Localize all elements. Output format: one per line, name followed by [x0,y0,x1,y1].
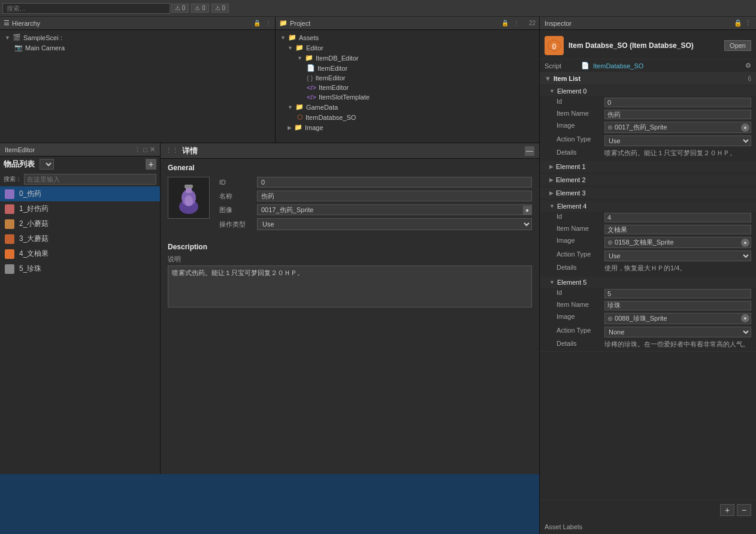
project-item-gamedata[interactable]: ▼ 📁 GameData [276,102,539,112]
tab-close-icon[interactable]: ✕ [150,146,155,153]
description-section: Description 说明 喷雾式伤药。能让１只宝可梦回复２０ＨＰ。 [161,238,539,313]
id-input[interactable] [257,177,532,188]
script4-label: ItemSlotTemplate [319,93,370,101]
inspector-bottom-buttons: + − [540,500,756,520]
project-item-script3[interactable]: </> ItemEditor [276,83,539,92]
item-sort-select[interactable] [40,159,54,170]
so-icon: ⬡ [297,113,303,121]
image-value-e4: ⊙ 0158_文柚果_Sprite [605,237,741,248]
hierarchy-item-scene[interactable]: ▼ 🎬 SampleScei : [0,32,275,43]
image-input[interactable] [258,205,523,215]
item-label-2: 2_小蘑菇 [19,219,49,229]
project-item-assets[interactable]: ▼ 📁 Assets [276,32,539,43]
action-label: 操作类型 [219,220,252,229]
inspector-menu-button[interactable]: ⋮ [745,19,751,27]
element-2-title: Element 2 [556,176,586,183]
item-name-input-e5[interactable] [604,301,751,310]
hierarchy-icon: ☰ [4,19,10,27]
desc-textarea[interactable]: 喷雾式伤药。能让１只宝可梦回复２０ＨＰ。 [168,266,532,307]
item-icon-0 [5,189,14,199]
name-input[interactable] [257,191,532,201]
action-select[interactable]: Use None [257,218,532,230]
item-name-label-e5: Item Name [557,301,604,308]
id-input-e5[interactable] [604,289,751,298]
action-select-e4[interactable]: UseNone [604,251,751,261]
detail-header: ⋮⋮ 详情 — [161,143,539,159]
obj-header: {} Item Databse_SO (Item Databse_SO) Ope… [540,32,756,59]
action-select-e5[interactable]: NoneUse [604,327,751,337]
element-4-id-row: Id [540,212,756,224]
detail-menu-icon[interactable]: ⋮⋮ [165,147,179,155]
list-item-4[interactable]: 4_文柚果 [0,246,160,261]
action-label-e5: Action Type [557,327,604,334]
remove-element-button[interactable]: − [737,504,751,516]
project-item-editor[interactable]: ▼ 📁 Editor [276,43,539,53]
project-item-script2[interactable]: { } ItemEditor [276,73,539,83]
id-input-e0[interactable] [604,98,751,107]
element-0-name-row: Item Name [540,108,756,120]
action-row: 操作类型 Use None [219,218,532,230]
project-title: Project [290,20,310,27]
element-3-header[interactable]: ▶ Element 3 [540,188,756,198]
script-icon2: { } [307,74,313,82]
inspector-lock-button[interactable]: 🔒 [734,19,742,27]
detail-minimize-button[interactable]: — [525,146,534,156]
element-2-header[interactable]: ▶ Element 2 [540,174,756,185]
item-name-label-e4: Item Name [557,225,604,232]
action-select-e0[interactable]: UseNone [604,135,751,146]
element-4-header[interactable]: ▼ Element 4 [540,201,756,212]
project-lock[interactable]: 🔒 [501,20,509,26]
element-0-header[interactable]: ▼ Element 0 [540,86,756,96]
add-element-button[interactable]: + [720,504,734,516]
element-1-title: Element 1 [556,163,586,170]
id-label-e0: Id [557,98,604,105]
element-1-header[interactable]: ▶ Element 1 [540,161,756,172]
hierarchy-lock[interactable]: 🔒 [253,20,261,26]
image-value-e0: ⊙ 0017_伤药_Sprite [605,122,741,132]
tab-menu-icon[interactable]: ⋮ [134,146,141,153]
hierarchy-title: Hierarchy [12,20,40,27]
add-item-button[interactable]: + [146,159,156,170]
hierarchy-menu[interactable]: ⋮ [265,20,271,26]
project-item-itemdatabse[interactable]: ⬡ ItemDatabse_SO [276,112,539,122]
element-0-details-row: Details 喷雾式伤药。能让１只宝可梦回复２０ＨＰ。 [540,147,756,159]
hierarchy-item-camera[interactable]: 📷 Main Camera [0,43,275,53]
image-pick-e0[interactable]: ● [741,123,749,132]
image-pick-e5[interactable]: ● [741,314,749,322]
image-pick-button[interactable]: ● [523,206,531,215]
script-gear-button[interactable]: ⚙ [745,62,751,70]
item-editor-tab[interactable]: ItemEditor ⋮ □ ✕ [0,143,160,156]
project-item-script1[interactable]: 📄 ItemEditor [276,63,539,73]
open-button[interactable]: Open [724,40,751,51]
asset-labels-text: Asset Labels [545,523,582,530]
search-input[interactable] [2,3,170,14]
id-input-e4[interactable] [604,213,751,222]
obj-actions: Open [724,40,751,51]
item-name-input-e0[interactable] [604,110,751,119]
list-item-5[interactable]: 5_珍珠 [0,261,160,276]
element-4-image-row: Image ⊙ 0158_文柚果_Sprite ● [540,236,756,249]
project-menu[interactable]: ⋮ [513,20,519,26]
project-item-itemdb[interactable]: ▼ 📁 ItemDB_Editor [276,53,539,63]
list-item-0[interactable]: 0_伤药 [0,186,160,201]
image-pick-e4[interactable]: ● [741,239,749,247]
expand-arrow: ▼ [280,35,286,41]
list-item-3[interactable]: 3_大蘑菇 [0,231,160,246]
inspector-body: {} Item Databse_SO (Item Databse_SO) Ope… [540,30,756,500]
list-item-2[interactable]: 2_小蘑菇 [0,216,160,231]
search-input-items[interactable] [24,174,156,185]
item-name-input-e4[interactable] [604,225,751,234]
name-row: 名称 [219,191,532,201]
element-4-details-row: Details 使用，恢复最大ＨＰ的1/4。 [540,263,756,274]
details-label-e4: Details [557,264,604,271]
element-5-header[interactable]: ▼ Element 5 [540,277,756,288]
element-3: ▶ Element 3 [540,186,756,200]
bottom-panels: ItemEditor ⋮ □ ✕ 物品列表 + 搜索： [0,143,539,474]
tab-max-icon[interactable]: □ [143,146,147,153]
item-list-header[interactable]: ▼ Item List 6 [540,73,756,85]
element-4-arrow: ▼ [549,203,555,209]
project-item-image[interactable]: ▶ 📁 Image [276,122,539,132]
folder-icon: 📁 [305,54,313,62]
list-item-1[interactable]: 1_好伤药 [0,201,160,216]
project-item-script4[interactable]: </> ItemSlotTemplate [276,92,539,102]
